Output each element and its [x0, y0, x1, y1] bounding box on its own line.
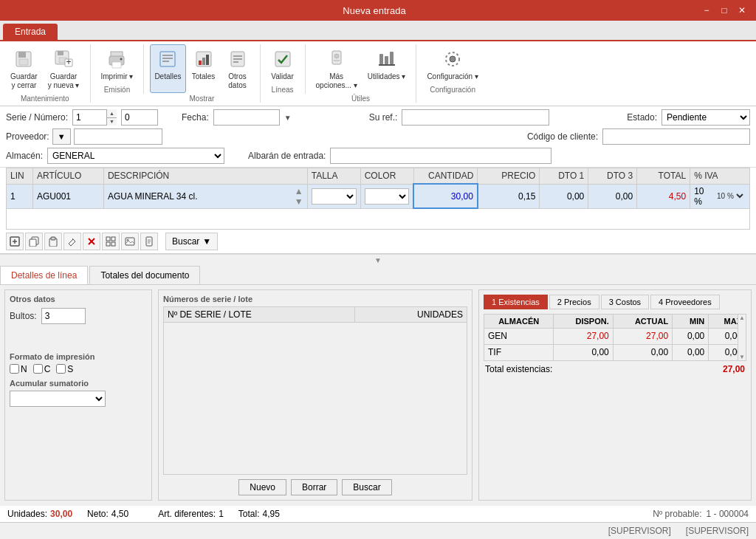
- cell-iva[interactable]: 10 % 10 %: [690, 184, 750, 208]
- guardar-cerrar-label: Guardary cerrar: [10, 72, 38, 90]
- buscar-label: Buscar: [172, 236, 199, 247]
- delete-button[interactable]: [83, 233, 100, 250]
- otros-datos-button[interactable]: Otrosdatos: [221, 44, 254, 93]
- copy-button[interactable]: [25, 233, 43, 250]
- bultos-label: Bultos:: [10, 311, 37, 321]
- table-header-row: LIN ARTÍCULO DESCRIPCIÓN TALLA COLOR CAN…: [7, 168, 750, 185]
- acumular-select[interactable]: [10, 391, 106, 407]
- svg-rect-1: [18, 52, 26, 58]
- serie-spin-up[interactable]: ▲: [107, 109, 117, 118]
- bultos-input[interactable]: [41, 308, 86, 324]
- talla-select[interactable]: [312, 188, 357, 205]
- cell-cantidad[interactable]: 30,00: [413, 184, 478, 208]
- formato-row: Formato de impresión N C S: [10, 352, 147, 374]
- th-unidades: UNIDADES: [355, 306, 467, 322]
- scroll-up[interactable]: ▲: [738, 315, 746, 321]
- chevron-icon: ▼: [374, 256, 382, 264]
- serie-spin-down[interactable]: ▼: [107, 118, 117, 126]
- table-toolbar: Buscar ▼: [0, 230, 756, 254]
- svg-rect-44: [106, 237, 110, 241]
- checkbox-c-input[interactable]: [33, 364, 43, 374]
- desc-down-arrow[interactable]: ▼: [295, 196, 303, 207]
- buscar-button[interactable]: Buscar ▼: [165, 233, 218, 250]
- fecha-input[interactable]: [213, 109, 280, 126]
- mas-opciones-button[interactable]: Másopciones... ▾: [312, 44, 362, 93]
- maximize-button[interactable]: □: [716, 3, 732, 18]
- desc-up-arrow[interactable]: ▲: [295, 186, 303, 196]
- cell-color[interactable]: [360, 184, 413, 208]
- minimize-button[interactable]: −: [698, 3, 715, 18]
- detalles-button[interactable]: Detalles: [150, 44, 185, 93]
- guardar-cerrar-button[interactable]: Guardary cerrar: [6, 44, 42, 93]
- form-row-3: Almacén: GENERAL Albarán de entrada:: [6, 148, 750, 164]
- utilidades-button[interactable]: Utilidades ▾: [363, 44, 410, 93]
- th-precio: PRECIO: [478, 168, 540, 185]
- borrar-serie-button[interactable]: Borrar: [291, 479, 337, 495]
- totales-button[interactable]: Totales: [188, 44, 220, 93]
- entrada-tab[interactable]: Entrada: [3, 24, 58, 40]
- su-ref-label: Su ref.:: [369, 112, 398, 123]
- configuracion-button[interactable]: Configuración ▾: [422, 44, 482, 84]
- mas-opciones-label: Másopciones... ▾: [316, 72, 357, 90]
- th-dto3: DTO 3: [588, 168, 637, 185]
- svg-rect-10: [112, 62, 121, 68]
- attachment-button[interactable]: [140, 233, 158, 250]
- tab-bar: Entrada: [0, 21, 756, 41]
- svg-rect-48: [126, 238, 134, 245]
- codigo-cliente-input[interactable]: [602, 128, 750, 145]
- color-select[interactable]: [365, 188, 409, 205]
- ribbon-buttons-mostrar: Detalles Totales: [150, 44, 253, 93]
- nuevo-serie-button[interactable]: Nuevo: [238, 479, 286, 495]
- su-ref-input[interactable]: [402, 109, 549, 126]
- info-row-tif: TIF 0,00 0,00 0,00 0,00: [484, 344, 746, 360]
- validar-label: Validar: [271, 72, 293, 81]
- close-button[interactable]: ✕: [734, 3, 750, 18]
- fecha-label: Fecha:: [182, 112, 209, 123]
- imprimir-button[interactable]: Imprimir ▾: [97, 44, 138, 84]
- proveedor-input[interactable]: [74, 128, 162, 145]
- otros-datos-icon: [226, 47, 250, 71]
- estado-label: Estado:: [627, 112, 657, 123]
- cell-talla[interactable]: [307, 184, 360, 208]
- guardar-nueva-button[interactable]: + Guardary nueva ▾: [44, 44, 84, 93]
- edit-button[interactable]: [63, 233, 81, 250]
- tab-detalles-linea[interactable]: Detalles de línea: [0, 266, 88, 284]
- acumular-row: Acumular sumatorio: [10, 379, 147, 407]
- info-tab-proveedores[interactable]: 4 Proveedores: [650, 295, 720, 309]
- iva-select[interactable]: 10 %: [714, 191, 746, 201]
- series-buttons: Nuevo Borrar Buscar: [163, 479, 467, 495]
- total-existencias-row: Total existencias: 27,00: [484, 361, 746, 377]
- buscar-serie-button[interactable]: Buscar: [342, 479, 391, 495]
- table-row[interactable]: 1 AGU001 AGUA MINERAL 34 cl. ▲ ▼: [7, 184, 750, 208]
- proveedor-button[interactable]: ▼: [52, 128, 71, 145]
- detalles-label: Detalles: [154, 72, 181, 81]
- emision-group-label: Emisión: [97, 86, 138, 94]
- info-tab-existencias[interactable]: 1 Existencias: [484, 295, 548, 309]
- albaran-label: Albarán de entrada:: [248, 151, 326, 161]
- estado-select[interactable]: Pendiente: [662, 109, 750, 126]
- fecha-arrow-icon[interactable]: ▼: [284, 114, 292, 122]
- serie-spinner[interactable]: ▲ ▼: [72, 109, 117, 126]
- paste-button[interactable]: [44, 233, 62, 250]
- cell-actual-gen: 27,00: [613, 328, 672, 344]
- save-close-icon: [12, 47, 35, 71]
- tab-totales-documento[interactable]: Totales del documento: [89, 266, 200, 284]
- grid-button[interactable]: [102, 233, 120, 250]
- codigo-cliente-label: Código de cliente:: [527, 131, 598, 142]
- scrollbar[interactable]: ▲ ▼: [738, 314, 746, 361]
- ribbon-group-configuracion: Configuración ▾ Configuración: [422, 44, 488, 94]
- almacen-select[interactable]: GENERAL: [47, 148, 224, 164]
- th-cantidad: CANTIDAD: [413, 168, 478, 185]
- validar-button[interactable]: Validar: [267, 44, 299, 84]
- checkbox-n-input[interactable]: [10, 364, 19, 374]
- neto-value: 4,50: [111, 509, 128, 519]
- image-button[interactable]: [121, 233, 139, 250]
- albaran-input[interactable]: [330, 148, 551, 164]
- scroll-down[interactable]: ▼: [738, 354, 746, 360]
- th-dto1: DTO 1: [540, 168, 588, 185]
- new-row-button[interactable]: [6, 233, 24, 250]
- numero-input[interactable]: [121, 109, 158, 126]
- info-tab-costos[interactable]: 3 Costos: [601, 295, 649, 309]
- info-tab-precios[interactable]: 2 Precios: [549, 295, 599, 309]
- checkbox-s-input[interactable]: [56, 364, 66, 374]
